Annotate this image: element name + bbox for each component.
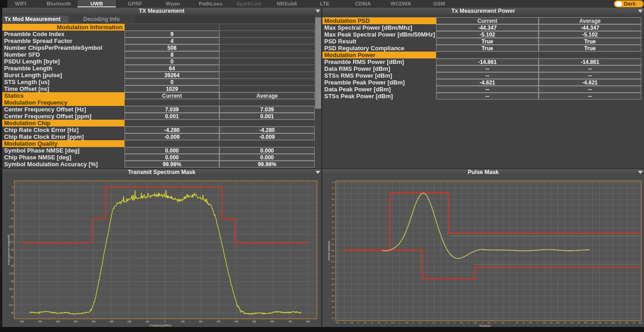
- svg-text:3: 3: [454, 321, 456, 324]
- svg-text:-1.2: -1.2: [331, 317, 335, 319]
- svg-text:Power Spectrum Density(dB): Power Spectrum Density(dB): [7, 234, 10, 265]
- svg-text:-0.0: -0.0: [331, 249, 335, 252]
- svg-text:0: 0: [12, 186, 14, 189]
- svg-text:-0.1: -0.1: [331, 255, 335, 257]
- svg-text:-15: -15: [10, 233, 14, 236]
- svg-text:-5.5: -5.5: [336, 321, 339, 324]
- svg-text:600: 600: [270, 321, 274, 323]
- svg-text:16.5: 16.5: [639, 321, 643, 324]
- svg-text:-2.5: -2.5: [10, 194, 14, 196]
- svg-text:10: 10: [550, 321, 552, 324]
- svg-text:-5: -5: [343, 321, 345, 324]
- svg-text:400: 400: [235, 321, 239, 323]
- svg-text:12.5: 12.5: [584, 321, 588, 324]
- svg-text:15: 15: [619, 321, 621, 324]
- svg-text:300: 300: [217, 321, 220, 323]
- svg-text:1: 1: [426, 321, 428, 324]
- svg-text:2.5: 2.5: [447, 321, 449, 324]
- svg-text:1.1: 1.1: [332, 187, 334, 189]
- svg-text:0.5: 0.5: [419, 321, 421, 324]
- svg-text:11.5: 11.5: [570, 321, 574, 324]
- svg-text:1.2: 1.2: [332, 181, 334, 184]
- svg-text:200: 200: [199, 321, 203, 323]
- svg-text:-1.1: -1.1: [331, 311, 335, 314]
- svg-text:0.8: 0.8: [332, 204, 334, 206]
- svg-text:14.5: 14.5: [611, 321, 615, 324]
- svg-text:0: 0: [164, 321, 166, 323]
- svg-text:-500: -500: [73, 321, 78, 323]
- svg-text:800: 800: [306, 321, 310, 323]
- svg-text:1.0: 1.0: [332, 193, 334, 195]
- svg-text:-1: -1: [399, 321, 400, 324]
- svg-text:-2.5: -2.5: [377, 321, 381, 324]
- svg-text:-0.7: -0.7: [331, 289, 335, 291]
- svg-text:1.5: 1.5: [433, 321, 436, 324]
- svg-text:-0.4: -0.4: [331, 272, 335, 274]
- svg-text:0.2: 0.2: [332, 238, 334, 240]
- svg-text:700: 700: [288, 321, 292, 323]
- svg-text:0.5: 0.5: [332, 221, 334, 223]
- svg-text:-200: -200: [127, 321, 132, 323]
- svg-text:8.5: 8.5: [529, 321, 532, 324]
- svg-text:15.5: 15.5: [625, 321, 629, 324]
- svg-text:0.4: 0.4: [332, 227, 334, 229]
- svg-text:13: 13: [592, 321, 594, 324]
- svg-text:6: 6: [495, 321, 497, 324]
- svg-text:0.7: 0.7: [332, 210, 334, 212]
- svg-text:-1.0: -1.0: [331, 306, 335, 308]
- svg-text:-5: -5: [11, 202, 14, 204]
- svg-text:-0.2: -0.2: [331, 260, 335, 263]
- svg-text:-4.5: -4.5: [350, 321, 353, 324]
- svg-text:-0.3: -0.3: [331, 266, 335, 269]
- svg-text:9: 9: [537, 321, 538, 324]
- svg-text:-2: -2: [385, 321, 387, 324]
- svg-text:100: 100: [181, 321, 185, 323]
- svg-text:0.9: 0.9: [332, 198, 334, 200]
- svg-text:500: 500: [253, 321, 256, 323]
- svg-text:-25: -25: [10, 265, 14, 267]
- svg-text:12: 12: [578, 321, 580, 324]
- svg-text:Frequency(MHz): Frequency(MHz): [150, 324, 171, 327]
- svg-text:14: 14: [605, 321, 608, 324]
- svg-text:-300: -300: [109, 321, 114, 323]
- svg-text:-32.5: -32.5: [9, 288, 14, 290]
- svg-text:-700: -700: [38, 321, 42, 323]
- svg-text:8: 8: [523, 321, 525, 324]
- svg-text:-800: -800: [20, 321, 24, 323]
- svg-text:Relative Amplitude: Relative Amplitude: [327, 241, 330, 260]
- svg-text:5: 5: [482, 321, 483, 324]
- svg-text:16: 16: [633, 321, 635, 324]
- svg-text:-100: -100: [145, 321, 150, 323]
- svg-text:7.5: 7.5: [515, 321, 518, 324]
- svg-text:-4: -4: [357, 321, 359, 324]
- svg-text:11: 11: [564, 321, 566, 324]
- svg-text:-12.5: -12.5: [9, 226, 14, 228]
- svg-text:-1.5: -1.5: [391, 321, 395, 324]
- svg-text:-40: -40: [10, 312, 14, 314]
- svg-text:9.5: 9.5: [543, 321, 545, 324]
- svg-text:-20: -20: [10, 249, 14, 251]
- svg-text:-0.6: -0.6: [331, 283, 335, 285]
- svg-text:-3: -3: [371, 321, 373, 324]
- svg-text:3.5: 3.5: [460, 321, 463, 324]
- svg-text:10.5: 10.5: [556, 321, 560, 324]
- svg-text:13.5: 13.5: [597, 321, 602, 324]
- svg-text:-0.5: -0.5: [405, 321, 408, 324]
- svg-text:4: 4: [468, 321, 469, 324]
- svg-text:4.5: 4.5: [474, 321, 477, 324]
- svg-text:-27.5: -27.5: [9, 273, 14, 275]
- svg-text:-30: -30: [10, 280, 14, 283]
- svg-text:Time(ns): Time(ns): [479, 324, 490, 327]
- svg-text:-600: -600: [56, 321, 60, 323]
- svg-text:-10: -10: [10, 217, 14, 220]
- svg-text:0.6: 0.6: [332, 215, 334, 217]
- svg-text:6.5: 6.5: [502, 321, 504, 324]
- svg-text:0.3: 0.3: [332, 232, 334, 234]
- svg-text:7: 7: [509, 321, 511, 324]
- svg-text:5.5: 5.5: [488, 321, 490, 324]
- svg-text:0.1: 0.1: [332, 243, 334, 246]
- svg-text:-35: -35: [10, 296, 14, 298]
- svg-text:-400: -400: [91, 321, 96, 323]
- svg-text:-3.5: -3.5: [364, 321, 367, 324]
- svg-text:-0.9: -0.9: [331, 300, 335, 302]
